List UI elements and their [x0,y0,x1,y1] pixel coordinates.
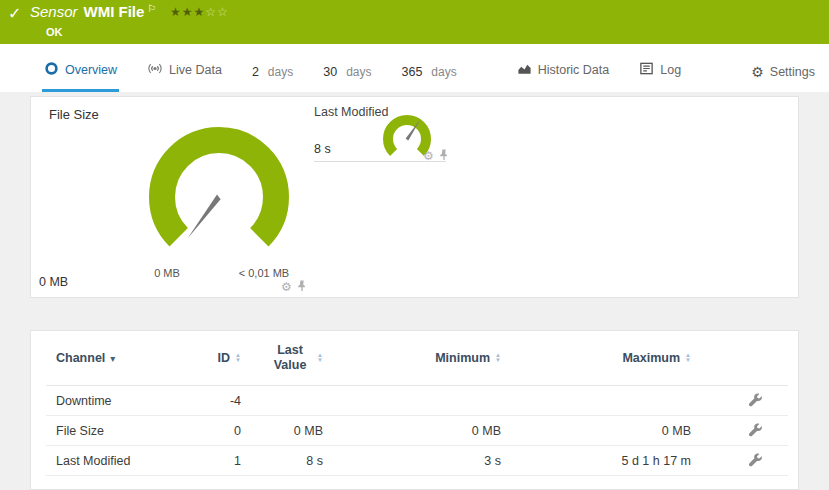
tab-label: Historic Data [538,63,610,77]
column-header-id[interactable]: ID ▲▼ [186,351,241,365]
gauge-arc [162,140,276,237]
favorite-flag-icon[interactable]: ⚐ [147,3,156,14]
tab-2-days[interactable]: 2days [250,65,295,92]
channel-settings-button[interactable] [748,423,763,438]
cell-channel: Downtime [56,394,186,408]
channel-table-panel: Channel ▾ ID ▲▼ Last Value ▲▼ Minimum ▲▼… [30,330,799,490]
column-header-last-value[interactable]: Last Value ▲▼ [241,343,323,373]
wrench-icon [748,423,763,438]
log-icon [639,61,654,79]
sensor-name: WMI File [84,3,145,20]
file-size-gauge-title: File Size [49,107,99,122]
sensor-header: ✓ SensorWMI File⚐ ★★★☆☆ OK [0,0,829,44]
tab-label-unit: days [431,65,456,79]
file-size-gauge-controls: ⚙ [281,278,307,296]
tab-overview[interactable]: Overview [42,61,119,92]
channel-settings-button[interactable] [748,393,763,408]
column-label: ID [218,351,231,365]
file-size-scale-min: 0 MB [132,267,202,279]
ok-check-icon: ✓ [8,4,21,23]
cell-maximum: 0 MB [501,424,691,438]
priority-stars-empty[interactable]: ☆☆ [205,5,229,19]
cell-channel: File Size [56,424,186,438]
gauge-pin-icon[interactable] [297,278,307,296]
gauge-arc [388,120,426,152]
tab-365-days[interactable]: 365days [399,65,458,92]
table-header-row: Channel ▾ ID ▲▼ Last Value ▲▼ Minimum ▲▼… [46,331,788,386]
column-label: Last Value [268,343,312,373]
gauge-settings-gear-icon[interactable]: ⚙ [281,280,292,294]
tab-label: 30 [323,65,337,79]
cell-id: -4 [186,394,241,408]
cell-id: 0 [186,424,241,438]
table-row-last-modified: Last Modified 1 8 s 3 s 5 d 1 h 17 m [46,446,788,476]
wrench-icon [748,453,763,468]
tab-label: Overview [65,63,117,77]
cell-minimum: 0 MB [323,424,501,438]
tab-label: Live Data [169,63,222,77]
tab-label-unit: days [346,65,371,79]
cell-minimum: 3 s [323,454,501,468]
gauge-needle [188,195,221,239]
table-row-file-size: File Size 0 0 MB 0 MB 0 MB [46,416,788,446]
last-modified-gauge-controls: ⚙ [423,147,449,165]
sensor-title-prefix: Sensor [30,3,78,20]
gauge-pin-icon[interactable] [439,147,449,165]
sensor-title: SensorWMI File⚐ [30,3,156,20]
column-header-maximum[interactable]: Maximum ▲▼ [501,351,691,365]
last-modified-divider [314,161,446,162]
wrench-icon [748,393,763,408]
tab-label: 365 [401,65,422,79]
tab-live-data[interactable]: Live Data [145,61,224,92]
cell-id: 1 [186,454,241,468]
column-header-minimum[interactable]: Minimum ▲▼ [323,351,501,365]
column-label: Minimum [435,351,490,365]
column-header-channel[interactable]: Channel ▾ [56,351,186,365]
tab-label: Log [660,63,681,77]
last-modified-current-value: 8 s [314,142,331,156]
tab-log[interactable]: Log [637,61,683,92]
cell-maximum: 5 d 1 h 17 m [501,454,691,468]
historic-data-icon [517,61,532,79]
overview-icon [44,61,59,79]
cell-last-value: 8 s [241,454,323,468]
last-modified-gauge-title: Last Modified [314,105,388,119]
cell-last-value: 0 MB [241,424,323,438]
tab-bar: Overview Live Data 2days 30days 365days … [0,44,829,92]
sensor-status-badge: OK [46,26,63,38]
cell-channel: Last Modified [56,454,186,468]
column-label: Channel [56,351,105,365]
tab-label: Settings [770,65,815,79]
file-size-current-value: 0 MB [39,275,68,289]
prtg-sensor-page: ✓ SensorWMI File⚐ ★★★☆☆ OK Overview Live… [0,0,829,490]
tab-30-days[interactable]: 30days [321,65,373,92]
caret-down-icon: ▾ [110,353,115,364]
gauges-panel: File Size 0 MB < 0,01 MB 0 MB ⚙ Last Mod… [30,96,799,298]
sort-icon: ▲▼ [685,353,691,363]
gear-icon: ⚙ [751,65,764,79]
live-data-icon [147,61,163,79]
tab-label-unit: days [268,65,293,79]
tab-label: 2 [252,65,259,79]
tab-historic-data[interactable]: Historic Data [515,61,612,92]
table-row-downtime: Downtime -4 [46,386,788,416]
priority-stars-filled[interactable]: ★★★ [170,5,205,19]
column-label: Maximum [622,351,680,365]
tab-settings[interactable]: ⚙ Settings [749,65,817,92]
channel-settings-button[interactable] [748,453,763,468]
file-size-gauge [139,117,299,277]
priority-stars[interactable]: ★★★☆☆ [170,5,229,19]
